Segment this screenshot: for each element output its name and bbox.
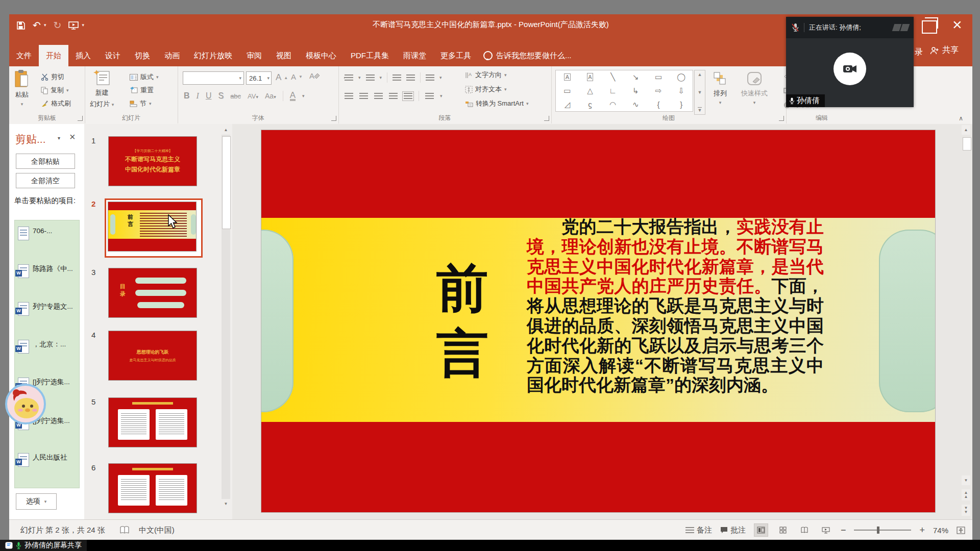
format-painter-button[interactable]: 格式刷 [41, 99, 71, 108]
bullets-button[interactable] [345, 74, 353, 81]
numbering-button[interactable] [366, 74, 375, 81]
tab-design[interactable]: 设计 [98, 45, 128, 66]
slideshow-view-button[interactable] [819, 524, 832, 536]
columns-button[interactable] [425, 93, 434, 99]
shape-vertical-textbox-icon[interactable]: A [587, 73, 593, 81]
zoom-percentage[interactable]: 74% [933, 526, 948, 535]
cut-button[interactable]: 剪切 [41, 72, 64, 82]
shape-rounded-rectangle-icon[interactable]: ▭ [564, 86, 571, 95]
shape-arc-icon[interactable]: ◠ [609, 100, 616, 109]
notes-button[interactable]: 备注 [685, 525, 712, 535]
drawing-dialog-launcher[interactable] [779, 116, 784, 121]
text-shadow-button[interactable]: S [218, 91, 224, 101]
shape-block-arrow-right-icon[interactable]: ⇨ [655, 86, 662, 95]
bold-button[interactable]: B [184, 91, 190, 101]
shape-block-arrow-down-icon[interactable]: ⇩ [678, 86, 684, 95]
shape-left-brace-icon[interactable]: { [657, 100, 659, 109]
font-color-button[interactable]: A [290, 91, 296, 101]
shapes-gallery[interactable]: A A ╲ ↘ ▭ ◯ ▭ △ ∟ ↳ ⇨ ⇩ ◿ ϛ ◠ ∿ { } [555, 70, 693, 112]
editor-scrollbar[interactable]: ▲ ▼ ▲▲ ▼▼ [962, 125, 971, 518]
font-size-combobox[interactable]: 26.1 ▾ [246, 71, 272, 85]
scroll-down-icon[interactable]: ▼ [222, 499, 230, 509]
meeting-overlay[interactable]: 正在讲话: 孙倩倩; 孙倩倩 [786, 17, 914, 107]
shape-elbow-connector-icon[interactable]: ∟ [609, 86, 617, 95]
slide-thumbnail-5[interactable] [108, 397, 197, 447]
clipboard-item[interactable]: 706-... [18, 227, 75, 240]
font-name-combobox[interactable]: ▾ [183, 71, 244, 85]
justify-button[interactable] [389, 93, 398, 99]
shape-triangle-icon[interactable]: △ [587, 86, 593, 95]
close-window-icon[interactable]: × [952, 18, 962, 31]
clipboard-dialog-launcher[interactable] [78, 116, 83, 121]
slide-thumbnail-4[interactable]: 思想理论的飞跃 是马克思主义与时俱进的品质 [108, 331, 197, 381]
shape-curve-icon[interactable]: ∿ [632, 100, 639, 109]
new-slide-button[interactable]: 新建 幻灯片 ▾ [90, 70, 114, 109]
clear-all-button[interactable]: 全部清空 [16, 173, 75, 188]
customize-qat-icon[interactable]: ▾ [82, 20, 84, 30]
tab-rain-classroom[interactable]: 雨课堂 [396, 45, 433, 66]
fit-to-window-icon[interactable] [957, 527, 965, 534]
collapse-ribbon-icon[interactable]: ∧ [959, 115, 963, 122]
copy-button[interactable]: 复制 ▾ [41, 86, 69, 95]
paste-button[interactable]: 粘贴 ▾ [14, 70, 30, 107]
tab-animations[interactable]: 动画 [157, 45, 187, 66]
text-direction-button[interactable]: A 文字方向▾ [465, 70, 507, 80]
language-indicator[interactable]: 中文(中国) [139, 525, 175, 535]
convert-smartart-button[interactable]: 转换为 SmartArt▾ [465, 99, 528, 108]
zoom-slider-thumb[interactable] [877, 527, 879, 534]
gallery-more-icon[interactable]: ▼ [698, 107, 702, 113]
font-dialog-launcher[interactable] [331, 116, 336, 121]
font-color-dropdown-icon[interactable]: ▾ [302, 93, 305, 98]
shape-line-icon[interactable]: ╲ [610, 72, 615, 82]
shape-textbox-icon[interactable]: A [564, 73, 571, 81]
paragraph-dialog-launcher[interactable] [544, 116, 549, 121]
line-spacing-button[interactable] [426, 74, 434, 81]
scroll-down-icon[interactable]: ▼ [962, 475, 970, 485]
tab-home[interactable]: 开始 [39, 45, 68, 66]
reading-view-button[interactable] [798, 524, 811, 536]
tab-transitions[interactable]: 切换 [128, 45, 157, 66]
slide-canvas[interactable]: 前 言 党的二十大报告指出，实践没有止境，理论创新也没有止境。不断谱写马克思主义… [261, 130, 935, 512]
clipboard-item[interactable]: W 陈路路《中... [18, 264, 75, 278]
align-left-button[interactable] [345, 93, 353, 99]
reset-button[interactable]: 重置 [130, 86, 154, 95]
increase-indent-button[interactable] [406, 74, 415, 81]
shape-right-brace-icon[interactable]: } [680, 100, 682, 109]
start-slideshow-icon[interactable] [68, 21, 79, 30]
save-icon[interactable] [16, 21, 26, 30]
meeting-overlay-header[interactable]: 正在讲话: 孙倩倩; [786, 17, 914, 38]
restore-window-icon[interactable] [922, 20, 937, 34]
next-slide-button[interactable]: ▼▼ [962, 505, 970, 516]
clipboard-item[interactable]: W ，北京：... [18, 340, 75, 354]
shapes-gallery-scrollbar[interactable]: ▲ ▼ ▼ [694, 70, 705, 115]
section-button[interactable]: 节 ▾ [130, 99, 152, 108]
shrink-font-button[interactable]: A▼ [291, 72, 303, 81]
decrease-indent-button[interactable] [393, 74, 401, 81]
layout-button[interactable]: 版式 ▾ [130, 72, 159, 82]
pane-close-icon[interactable]: × [69, 131, 76, 143]
zoom-out-button[interactable]: − [841, 525, 846, 536]
undo-dropdown-icon[interactable]: ▾ [44, 20, 46, 30]
tab-slideshow[interactable]: 幻灯片放映 [187, 45, 239, 66]
tab-template-center[interactable]: 模板中心 [299, 45, 344, 66]
shape-oval-icon[interactable]: ◯ [677, 72, 685, 82]
align-right-button[interactable] [374, 93, 383, 99]
underline-button[interactable]: U [206, 91, 212, 101]
comments-button[interactable]: 批注 [720, 525, 746, 535]
spellcheck-icon[interactable] [119, 526, 130, 534]
tab-more-tools[interactable]: 更多工具 [433, 45, 478, 66]
slide-thumbnail-2-selected[interactable]: 前言 [105, 198, 203, 258]
slide-thumbnail-6[interactable] [108, 463, 197, 513]
grow-font-button[interactable]: A▲ [276, 72, 288, 83]
screen-share-banner[interactable]: 孙倩倩的屏幕共享 [0, 540, 87, 551]
italic-button[interactable]: I [197, 91, 199, 101]
zoom-slider[interactable] [854, 530, 911, 531]
align-text-button[interactable]: 对齐文本▾ [465, 85, 507, 94]
scroll-up-icon[interactable]: ▲ [962, 125, 970, 135]
clipboard-item[interactable]: W 列宁专题文... [18, 302, 75, 316]
shape-elbow-arrow-icon[interactable]: ↳ [632, 86, 639, 95]
scrollbar-thumb[interactable] [963, 137, 971, 151]
distribute-button[interactable] [404, 93, 412, 99]
clipboard-options-button[interactable]: 选项 ▾ [16, 493, 57, 510]
tab-pdf-tools[interactable]: PDF工具集 [344, 45, 396, 66]
